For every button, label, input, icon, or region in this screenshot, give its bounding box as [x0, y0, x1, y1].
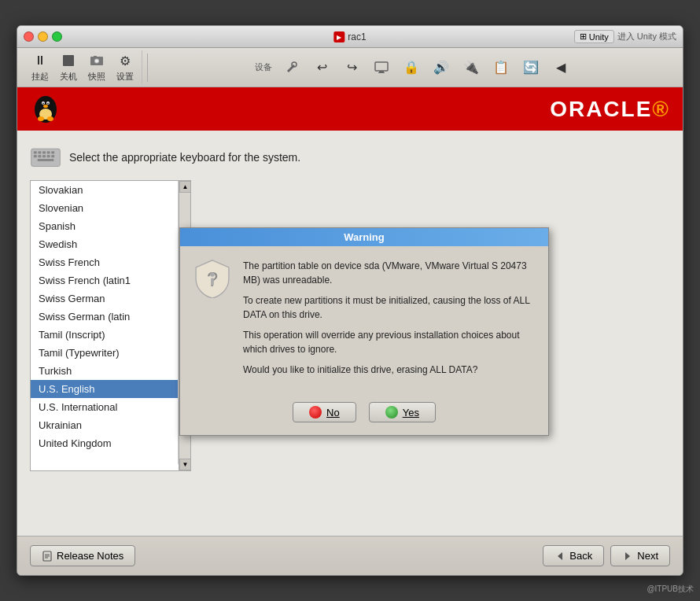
warning-dialog: Warning ? The partition table on device … — [179, 227, 549, 436]
unity-mode-button[interactable]: ⊞ Unity — [574, 30, 614, 43]
scroll-up-arrow[interactable]: ▲ — [179, 181, 191, 193]
svg-marker-40 — [558, 552, 562, 560]
next-arrow-icon — [622, 551, 633, 562]
lang-item-swiss-german-(latin[interactable]: Swiss German (latin — [31, 308, 178, 326]
lang-item-tamil-(inscript)[interactable]: Tamil (Inscript) — [31, 326, 178, 344]
svg-rect-10 — [378, 72, 385, 73]
main-content: Select the appropriate keyboard for the … — [17, 131, 683, 536]
svg-point-19 — [38, 116, 44, 121]
display-button[interactable] — [368, 57, 395, 78]
back-media-button[interactable]: ◀ — [547, 57, 574, 78]
warning-line3: This operation will override any previou… — [243, 328, 536, 356]
lock-icon: 🔒 — [403, 59, 420, 76]
yes-button[interactable]: Yes — [369, 402, 436, 422]
lang-item-swiss-german[interactable]: Swiss German — [31, 289, 178, 308]
lang-item-slovenian[interactable]: Slovenian — [31, 199, 178, 217]
refresh-button[interactable]: 🔄 — [518, 57, 544, 78]
no-icon — [309, 406, 322, 418]
dialog-body: ? The partition table on device sda (VMw… — [180, 246, 548, 396]
dialog-title: Warning — [344, 231, 385, 243]
lang-item-ukrainian[interactable]: Ukrainian — [31, 416, 178, 434]
svg-rect-6 — [94, 56, 97, 57]
svg-point-5 — [95, 60, 98, 63]
keyboard-icon — [30, 143, 61, 171]
lock-button[interactable]: 🔒 — [398, 57, 425, 78]
settings-button[interactable]: ⚙ 设置 — [112, 50, 138, 84]
oracle-brand: ORACLE® — [550, 97, 670, 122]
next-button[interactable]: Next — [610, 545, 670, 566]
next-toolbar-button[interactable]: ↪ — [338, 57, 365, 78]
release-notes-button[interactable]: Release Notes — [30, 545, 135, 566]
snapshot-button[interactable]: 快照 — [83, 50, 110, 84]
next-label: Next — [637, 550, 658, 562]
display-icon — [373, 59, 390, 76]
next-icon: ↪ — [343, 59, 360, 76]
toolbar: ⏸ 挂起 关机 — [17, 48, 683, 87]
keyboard-label: Select the appropriate keyboard for the … — [69, 151, 300, 164]
shutdown-icon — [60, 52, 77, 69]
language-list[interactable]: SlovakianSlovenianSpanishSwedishSwiss Fr… — [31, 181, 179, 464]
bottom-right: Back Next — [543, 545, 670, 566]
lang-item-united-kingdom[interactable]: United Kingdom — [31, 434, 178, 452]
unity-area: ⊞ Unity 进入 Unity 模式 — [574, 30, 676, 43]
back-button[interactable]: Back — [543, 545, 604, 566]
oracle-text: ORACLE® — [550, 97, 670, 121]
lang-item-slovakian[interactable]: Slovakian — [31, 181, 178, 199]
lang-item-u.s.-international[interactable]: U.S. International — [31, 398, 178, 416]
prev-button[interactable]: ↩ — [308, 57, 335, 78]
svg-point-20 — [47, 116, 53, 121]
window-controls — [24, 31, 62, 42]
svg-rect-32 — [38, 159, 54, 161]
lang-item-swiss-french[interactable]: Swiss French — [31, 253, 178, 271]
clipboard-button[interactable]: 📋 — [488, 57, 514, 78]
svg-rect-24 — [42, 151, 46, 153]
toolbar-group-main: ⏸ 挂起 关机 — [24, 50, 142, 84]
no-label: No — [326, 407, 340, 418]
dialog-buttons: No Yes — [180, 396, 548, 435]
document-icon — [42, 551, 53, 562]
toolbar-sep-1 — [147, 53, 148, 82]
dialog-title-bar: Warning — [180, 228, 548, 246]
minimize-button[interactable] — [38, 31, 48, 42]
svg-point-16 — [47, 102, 49, 104]
prev-icon: ↩ — [313, 59, 330, 76]
svg-rect-35 — [211, 278, 214, 286]
maximize-button[interactable] — [52, 31, 62, 42]
svg-text:▶: ▶ — [337, 34, 342, 41]
lang-item-turkish[interactable]: Turkish — [31, 362, 178, 380]
scroll-down-arrow[interactable]: ▼ — [179, 459, 191, 470]
clipboard-icon: 📋 — [492, 59, 510, 76]
suspend-button[interactable]: ⏸ 挂起 — [27, 50, 53, 84]
audio-button[interactable]: 🔊 — [428, 57, 455, 78]
bottom-left: Release Notes — [30, 545, 135, 566]
wrench-button[interactable] — [278, 57, 305, 78]
warning-line4: Would you like to initialize this drive,… — [243, 363, 536, 377]
lang-item-spanish[interactable]: Spanish — [31, 217, 178, 235]
lang-item-u.s.-english[interactable]: U.S. English — [31, 380, 178, 398]
lang-item-swedish[interactable]: Swedish — [31, 235, 178, 253]
shutdown-button[interactable]: 关机 — [55, 50, 82, 84]
lang-item-swiss-french-(latin1[interactable]: Swiss French (latin1 — [31, 271, 178, 289]
svg-point-15 — [42, 102, 44, 104]
vm-icon: ▶ — [333, 31, 344, 42]
close-button[interactable] — [24, 31, 34, 42]
dialog-message: The partition table on device sda (VMwar… — [243, 259, 536, 383]
svg-rect-23 — [38, 151, 41, 153]
main-window: ▶ rac1 ⊞ Unity 进入 Unity 模式 ⏸ 挂起 — [17, 25, 683, 576]
refresh-icon: 🔄 — [522, 59, 540, 76]
svg-rect-28 — [38, 155, 41, 157]
tux-logo — [30, 94, 61, 125]
svg-rect-25 — [47, 151, 50, 153]
svg-point-34 — [210, 272, 214, 276]
svg-rect-22 — [34, 151, 37, 153]
no-button[interactable]: No — [293, 402, 356, 422]
svg-rect-2 — [63, 55, 74, 66]
usb-button[interactable]: 🔌 — [458, 57, 484, 78]
svg-rect-27 — [34, 155, 37, 157]
back-media-icon: ◀ — [552, 59, 569, 76]
suspend-icon: ⏸ — [31, 52, 49, 69]
usb-icon: 🔌 — [462, 59, 480, 76]
unity-icon: ⊞ — [580, 31, 587, 42]
warning-shield-icon: ? — [193, 259, 232, 298]
lang-item-tamil-(typewriter)[interactable]: Tamil (Typewriter) — [31, 344, 178, 362]
